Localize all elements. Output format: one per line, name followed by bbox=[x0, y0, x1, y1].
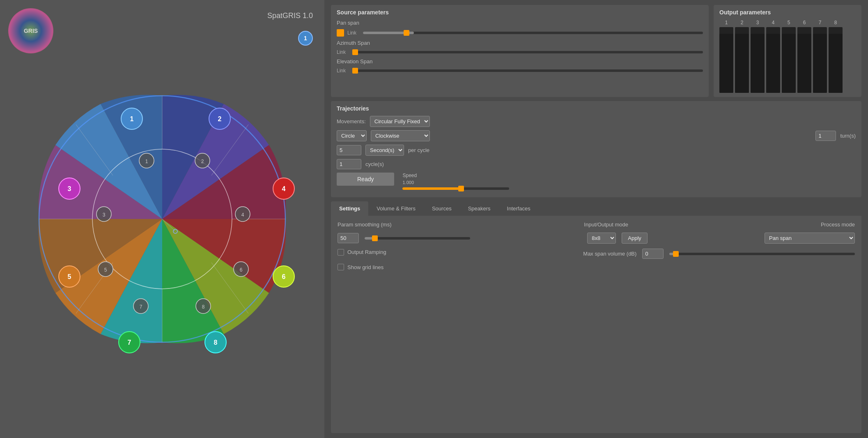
svg-text:3: 3 bbox=[103, 212, 106, 218]
pan-link-box bbox=[337, 29, 344, 37]
input-output-label: Input/Output mode bbox=[584, 221, 628, 228]
pan-span-slider[interactable] bbox=[363, 32, 703, 34]
meter-num-3: 3 bbox=[751, 20, 765, 25]
tab-speakers[interactable]: Speakers bbox=[460, 201, 499, 216]
meter-num-2: 2 bbox=[735, 20, 749, 25]
elevation-span-label: Elevation Span bbox=[337, 58, 374, 65]
meter-area: 1 2 3 4 5 6 7 8 bbox=[719, 20, 856, 93]
meter-bar-3 bbox=[751, 27, 765, 93]
svg-text:7: 7 bbox=[128, 339, 131, 346]
show-grid-row: Show grid lines bbox=[338, 264, 383, 270]
duration-input[interactable] bbox=[337, 145, 361, 155]
output-params-title: Output parameters bbox=[719, 9, 856, 16]
meter-bar-7 bbox=[813, 27, 827, 93]
right-panel: Source parameters Pan span Link Azimuth … bbox=[324, 0, 868, 438]
meter-num-7: 7 bbox=[813, 20, 827, 25]
param-smoothing-label: Param smoothing (ms) bbox=[338, 221, 391, 228]
trajectories-panel: Trajectories Movements: Circular Fully F… bbox=[331, 101, 861, 197]
tabs-bar: Settings Volume & Filters Sources Speake… bbox=[331, 201, 861, 216]
process-mode-select[interactable]: Pan span Azimuth span Elevation span bbox=[765, 233, 855, 244]
meter-bar-2 bbox=[735, 27, 749, 93]
svg-text:8: 8 bbox=[214, 339, 218, 346]
svg-text:1: 1 bbox=[130, 115, 134, 122]
max-span-label: Max span volume (dB) bbox=[583, 251, 636, 257]
svg-text:1: 1 bbox=[145, 159, 148, 164]
turns-label: turn(s) bbox=[840, 133, 856, 139]
svg-text:2: 2 bbox=[218, 115, 222, 122]
max-span-slider[interactable] bbox=[669, 253, 855, 255]
svg-text:5: 5 bbox=[68, 273, 71, 280]
azimuth-link-label: Link bbox=[337, 49, 349, 55]
input-output-select[interactable]: 8x8 16x16 4x4 bbox=[587, 233, 616, 244]
azimuth-span-slider[interactable] bbox=[352, 51, 703, 53]
movements-label: Movements: bbox=[337, 118, 366, 124]
shape-select[interactable]: Circle Ellipse bbox=[337, 130, 367, 141]
speed-slider[interactable] bbox=[402, 187, 509, 190]
speed-value: 1.000 bbox=[402, 180, 414, 185]
app-title: SpatGRIS 1.0 bbox=[267, 12, 313, 20]
speed-section: Speed 1.000 bbox=[402, 173, 509, 190]
meter-bar-8 bbox=[829, 27, 843, 93]
meter-num-5: 5 bbox=[782, 20, 796, 25]
meter-num-8: 8 bbox=[829, 20, 843, 25]
elevation-link-label: Link bbox=[337, 68, 349, 74]
meter-bar-6 bbox=[797, 27, 811, 93]
show-grid-label: Show grid lines bbox=[347, 264, 383, 270]
svg-text:8: 8 bbox=[202, 304, 205, 310]
output-ramping-row: Output Ramping bbox=[338, 249, 386, 256]
pan-span-label: Pan span bbox=[337, 20, 374, 26]
meter-bar-1 bbox=[719, 27, 733, 93]
apply-button[interactable]: Apply bbox=[622, 233, 648, 244]
logo-text: GRIS bbox=[24, 28, 38, 34]
meter-num-6: 6 bbox=[797, 20, 811, 25]
source-params-title: Source parameters bbox=[337, 9, 703, 16]
smoothing-slider[interactable] bbox=[365, 237, 470, 240]
trajectories-title: Trajectories bbox=[337, 105, 856, 112]
svg-text:4: 4 bbox=[282, 185, 286, 192]
cycles-label: cycle(s) bbox=[365, 161, 384, 167]
tab-content-settings: Param smoothing (ms) Input/Output mode P… bbox=[331, 216, 861, 284]
movements-select[interactable]: Circular Fully Fixed Circular Fully Free… bbox=[370, 116, 430, 127]
svg-text:4: 4 bbox=[241, 212, 244, 218]
azimuth-span-label: Azimuth Span bbox=[337, 40, 374, 46]
logo-area: GRIS bbox=[8, 8, 53, 53]
source-indicator-1[interactable]: 1 bbox=[298, 31, 313, 46]
svg-text:7: 7 bbox=[140, 304, 142, 310]
tab-volume[interactable]: Volume & Filters bbox=[368, 201, 424, 216]
source-params-panel: Source parameters Pan span Link Azimuth … bbox=[331, 5, 709, 97]
meters bbox=[719, 27, 856, 93]
svg-text:5: 5 bbox=[104, 267, 107, 273]
output-params-panel: Output parameters 1 2 3 4 5 6 7 8 bbox=[714, 5, 861, 97]
meter-num-1: 1 bbox=[719, 20, 733, 25]
max-span-input[interactable] bbox=[642, 249, 664, 259]
turns-input[interactable] bbox=[815, 131, 836, 141]
show-grid-checkbox[interactable] bbox=[338, 264, 344, 270]
meter-num-4: 4 bbox=[766, 20, 780, 25]
svg-text:6: 6 bbox=[240, 267, 243, 273]
svg-text:2: 2 bbox=[201, 159, 204, 164]
circular-visualizer: 1 2 3 4 5 6 7 8 1 2 3 4 5 6 bbox=[14, 71, 310, 367]
per-cycle-label: per cycle bbox=[408, 147, 429, 153]
tab-settings[interactable]: Settings bbox=[331, 201, 368, 216]
direction-select[interactable]: Clockwise Counter-Clockwise bbox=[371, 130, 430, 141]
elevation-span-slider[interactable] bbox=[352, 69, 703, 72]
meter-bar-4 bbox=[766, 27, 780, 93]
ready-button[interactable]: Ready bbox=[337, 173, 394, 186]
duration-unit-select[interactable]: Second(s) Minute(s) bbox=[365, 145, 404, 156]
tab-sources[interactable]: Sources bbox=[424, 201, 460, 216]
svg-text:3: 3 bbox=[68, 185, 71, 192]
logo-circle: GRIS bbox=[8, 8, 53, 53]
output-ramping-label: Output Ramping bbox=[347, 249, 386, 255]
pan-link-label: Link bbox=[347, 30, 360, 36]
speed-label: Speed bbox=[402, 173, 417, 178]
param-smoothing-input[interactable] bbox=[338, 233, 359, 243]
process-mode-label: Process mode bbox=[821, 221, 855, 228]
settings-panel: Settings Volume & Filters Sources Speake… bbox=[331, 201, 861, 433]
meter-bar-5 bbox=[782, 27, 796, 93]
output-ramping-checkbox[interactable] bbox=[338, 249, 344, 256]
visualizer-panel: GRIS SpatGRIS 1.0 1 bbox=[0, 0, 324, 438]
tab-interfaces[interactable]: Interfaces bbox=[499, 201, 539, 216]
cycles-input[interactable] bbox=[337, 159, 361, 169]
svg-text:6: 6 bbox=[282, 273, 286, 280]
meter-nums: 1 2 3 4 5 6 7 8 bbox=[719, 20, 856, 25]
